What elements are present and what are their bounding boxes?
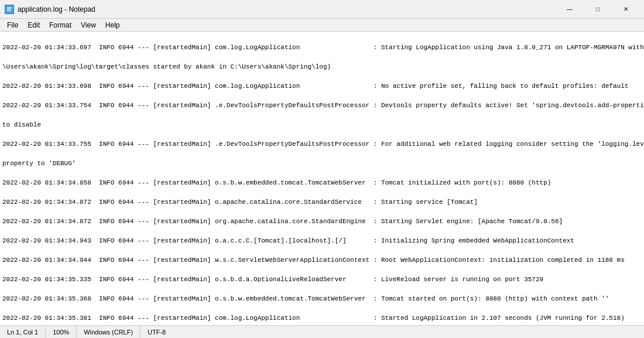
svg-rect-4: [7, 11, 11, 11]
status-position: Ln 1, Col 1: [0, 326, 46, 338]
log-line: to disable: [2, 120, 642, 130]
status-line-ending: Windows (CRLF): [77, 326, 141, 338]
menu-item-view[interactable]: View: [76, 20, 101, 30]
log-line: 2022-02-20 01:34:34.872 INFO 6944 --- [r…: [2, 217, 642, 227]
log-line: \Users\akank\Spring\log\target\classes s…: [2, 62, 642, 72]
menu-item-edit[interactable]: Edit: [23, 20, 44, 30]
svg-rect-3: [7, 9, 11, 10]
minimize-button[interactable]: —: [556, 4, 583, 15]
log-line: 2022-02-20 01:34:34.943 INFO 6944 --- [r…: [2, 236, 642, 246]
log-line: 2022-02-20 01:34:34.858 INFO 6944 --- [r…: [2, 178, 642, 188]
status-bar: Ln 1, Col 1 100% Windows (CRLF) UTF-8: [0, 325, 644, 338]
log-line: 2022-02-20 01:34:35.381 INFO 6944 --- [r…: [2, 313, 642, 323]
log-line: 2022-02-20 01:34:34.872 INFO 6944 --- [r…: [2, 197, 642, 207]
maximize-button[interactable]: □: [584, 4, 611, 15]
menu-bar: FileEditFormatViewHelp: [0, 19, 644, 32]
app-icon: [5, 5, 14, 14]
menu-item-help[interactable]: Help: [101, 20, 125, 30]
log-line: 2022-02-20 01:34:33.697 INFO 6944 --- [r…: [2, 43, 642, 53]
svg-rect-2: [7, 8, 12, 9]
log-line: 2022-02-20 01:34:35.368 INFO 6944 --- [r…: [2, 294, 642, 304]
status-encoding: UTF-8: [141, 326, 173, 338]
log-area[interactable]: 2022-02-20 01:34:33.697 INFO 6944 --- [r…: [0, 32, 644, 325]
log-line: 2022-02-20 01:34:33.698 INFO 6944 --- [r…: [2, 81, 642, 91]
window-title: application.log - Notepad: [18, 5, 95, 13]
log-line: property to 'DEBUG': [2, 159, 642, 169]
log-line: 2022-02-20 01:34:33.755 INFO 6944 --- [r…: [2, 139, 642, 149]
menu-item-format[interactable]: Format: [44, 20, 76, 30]
log-line: 2022-02-20 01:34:33.754 INFO 6944 --- [r…: [2, 101, 642, 111]
log-line: 2022-02-20 01:34:34.944 INFO 6944 --- [r…: [2, 255, 642, 265]
menu-item-file[interactable]: File: [2, 20, 23, 30]
svg-rect-1: [7, 7, 12, 8]
status-zoom: 100%: [46, 326, 77, 338]
title-bar: application.log - Notepad — □ ✕: [0, 0, 644, 19]
close-button[interactable]: ✕: [612, 4, 639, 15]
log-line: 2022-02-20 01:34:35.335 INFO 6944 --- [r…: [2, 275, 642, 285]
